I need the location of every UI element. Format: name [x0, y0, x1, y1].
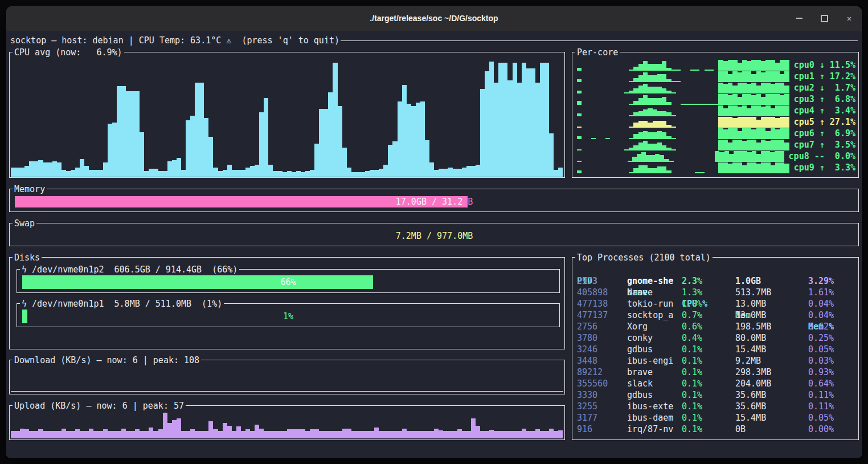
bar [771, 140, 775, 150]
bar [429, 162, 434, 177]
bar [429, 431, 434, 438]
bar [117, 86, 121, 177]
bar [324, 431, 328, 438]
process-row-3448[interactable]: 3448ibus-engi0.1%9.2MB0.03% [572, 355, 858, 367]
process-row-916[interactable]: 916irq/87-nv0.1%0B0.00% [572, 424, 858, 435]
process-row-89212[interactable]: 89212brave0.1%298.3MB0.93% [572, 367, 858, 378]
bar [245, 168, 250, 177]
bar [657, 143, 662, 150]
disk-icon: ϟ [22, 264, 27, 275]
process-row-3177[interactable]: 3177ibus-daem0.1%15.4MB0.05% [572, 412, 858, 424]
close-icon: ✕ [847, 14, 851, 22]
bar [273, 431, 277, 438]
bar [52, 431, 57, 438]
cpu6-label: cpu6 ↑ 6.9% [794, 128, 855, 139]
core-row-cpu1: cpu1 ↑ 17.2% [577, 71, 855, 82]
process-row-477137[interactable]: 477137socktop_a0.7%13.0MB0.04% [572, 310, 858, 321]
bar [75, 429, 80, 438]
cpu-pct: 0.1% [682, 355, 702, 367]
process-row-477138[interactable]: 477138tokio-run1.0%13.0MB0.04% [572, 298, 858, 310]
bar [751, 83, 756, 93]
process-row-405898[interactable]: 405898brave1.3%513.7MB1.61% [572, 287, 858, 298]
pid: 477137 [577, 310, 608, 321]
bar [629, 172, 633, 173]
cpu-pct: 0.1% [682, 367, 702, 378]
bar [738, 97, 742, 105]
bar [732, 162, 737, 173]
bar [213, 429, 218, 438]
bar [199, 83, 204, 177]
bar [655, 154, 660, 162]
bar [535, 429, 540, 438]
bar [747, 128, 751, 139]
bar [732, 86, 737, 93]
bar [662, 166, 666, 173]
bar [718, 128, 723, 139]
bar [158, 429, 163, 438]
bar [779, 151, 784, 162]
bar [747, 61, 751, 71]
process-row-2756[interactable]: 2756Xorg0.6%198.5MB0.62% [572, 321, 858, 332]
bar [723, 108, 728, 116]
bar [648, 108, 652, 116]
bar [305, 171, 310, 177]
bar [784, 105, 789, 116]
bar [718, 94, 723, 105]
download-chart [11, 367, 563, 392]
bar [503, 63, 507, 177]
process-row-3255[interactable]: 3255ibus-exte0.1%35.6MB0.11% [572, 401, 858, 412]
bar [771, 84, 775, 93]
mem-pct: 3.29% [808, 275, 834, 287]
pid: 2756 [577, 321, 597, 332]
name: ibus-engi [627, 355, 673, 367]
close-button[interactable]: ✕ [845, 14, 853, 22]
disk-partition-0: ϟ /dev/nvme0n1p2 606.5GB / 914.4GB (66%)… [17, 269, 560, 293]
process-row-355560[interactable]: 355560slack0.1%204.0MB0.64% [572, 378, 858, 389]
titlebar[interactable]: ./target/release/soc ~/D/G/socktop ✕ [6, 6, 862, 31]
bar [657, 74, 662, 82]
bar [218, 431, 223, 438]
bar [751, 60, 756, 71]
bar [662, 111, 666, 117]
name: conky [627, 332, 653, 344]
maximize-button[interactable] [820, 14, 828, 22]
cpu5-sparkline [577, 117, 789, 128]
bar [153, 431, 158, 438]
bar [11, 431, 15, 438]
bar [775, 118, 780, 128]
process-row-3780[interactable]: 3780conky0.4%80.0MB0.25% [572, 332, 858, 344]
process-row-3246[interactable]: 3246gdbus0.1%15.4MB0.05% [572, 344, 858, 355]
bar [756, 164, 761, 173]
bar [356, 431, 361, 438]
minimize-button[interactable] [795, 14, 803, 22]
bar [236, 426, 241, 438]
mem: 35.6MB [735, 389, 766, 401]
process-row-2973[interactable]: 2973gnome-she2.3%1.0GB3.29% [572, 275, 858, 287]
bar [324, 109, 328, 177]
bar [80, 159, 84, 177]
cpu2-sparkline [577, 83, 789, 93]
pid: 3330 [577, 389, 597, 401]
pid: 477138 [577, 298, 608, 310]
bar [140, 132, 144, 177]
bar [633, 88, 638, 94]
mem: 9.2MB [735, 355, 761, 367]
process-row-3330[interactable]: 3330gdbus0.1%35.6MB0.11% [572, 389, 858, 401]
download-panel-title: Download (KB/s) — now: 6 | peak: 108 [13, 355, 201, 366]
bar [526, 68, 531, 177]
window-title: ./target/release/soc ~/D/G/socktop [370, 14, 498, 23]
memory-unit-tail: GB [462, 197, 473, 207]
bar [723, 84, 728, 93]
cpu6-sparkline [577, 128, 789, 139]
disk-0-label: /dev/nvme0n1p2 606.5GB / 914.4GB (66%) [32, 264, 238, 275]
bar [29, 431, 34, 438]
bar [126, 431, 130, 438]
bar [638, 143, 643, 150]
bar [765, 71, 770, 82]
upload-panel: Upload (KB/s) — now: 6 | peak: 57 [9, 405, 565, 440]
bar [554, 170, 558, 177]
pid: 2973 [577, 275, 597, 287]
bar [411, 106, 416, 177]
pid: 3177 [577, 412, 597, 424]
bar [361, 172, 365, 177]
